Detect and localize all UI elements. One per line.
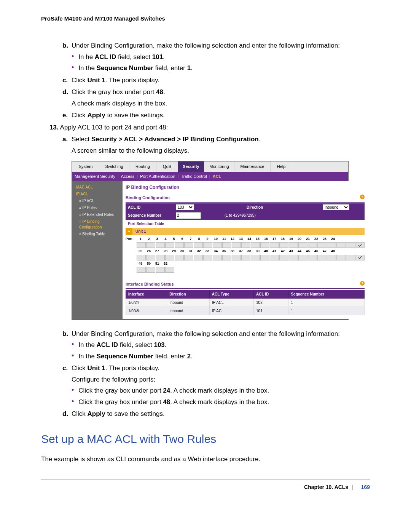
- port-12-checkbox[interactable]: [241, 242, 250, 248]
- port-48-checkbox[interactable]: [355, 255, 365, 260]
- port-44-checkbox[interactable]: [317, 255, 327, 260]
- table-row: 1/0/48InboundIP ACL1011: [126, 307, 365, 315]
- acl-id-label: ACL ID: [126, 203, 175, 211]
- port-20-checkbox[interactable]: [317, 242, 327, 248]
- sidebar-item[interactable]: » IP Binding Configuration: [75, 219, 120, 230]
- port-22-checkbox[interactable]: [336, 242, 346, 248]
- port-2-checkbox[interactable]: [146, 242, 155, 248]
- port-15-checkbox[interactable]: [270, 242, 279, 248]
- tab-switching[interactable]: Switching: [99, 161, 129, 172]
- acl-id-select[interactable]: 103: [176, 204, 194, 210]
- port-21-checkbox[interactable]: [327, 242, 336, 248]
- port-41-checkbox[interactable]: [289, 255, 298, 260]
- port-29-checkbox[interactable]: [175, 255, 184, 260]
- tab-routing[interactable]: Routing: [129, 161, 156, 172]
- tab-security[interactable]: Security: [178, 161, 204, 172]
- port-35-checkbox[interactable]: [232, 255, 241, 260]
- unit-row[interactable]: + Unit 1: [126, 228, 365, 235]
- port-32-checkbox[interactable]: [203, 255, 212, 260]
- section-intro: The example is shown as CLI commands and…: [41, 454, 370, 464]
- port-7-checkbox[interactable]: [194, 242, 203, 248]
- port-8-checkbox[interactable]: [203, 242, 212, 248]
- port-6-checkbox[interactable]: [184, 242, 193, 248]
- unit-label[interactable]: Unit 1: [132, 228, 149, 234]
- port-5-checkbox[interactable]: [175, 242, 184, 248]
- port-1-checkbox[interactable]: [137, 242, 146, 248]
- port-30-checkbox[interactable]: [184, 255, 193, 260]
- sidebar-item[interactable]: » Binding Table: [75, 231, 120, 237]
- help-icon[interactable]: ?: [360, 195, 365, 199]
- sidebar-item[interactable]: » IP ACL: [75, 198, 120, 204]
- port-11-checkbox[interactable]: [232, 242, 241, 248]
- step-c2-bullet-2: Click the gray box under port 48. A chec…: [72, 397, 370, 407]
- port-36-checkbox[interactable]: [241, 255, 250, 260]
- tab-help[interactable]: Help: [271, 161, 292, 172]
- step-c2-note: Configure the following ports:: [72, 375, 370, 385]
- port-33-checkbox[interactable]: [213, 255, 222, 260]
- subnav-acl[interactable]: ACL: [213, 174, 221, 179]
- port-34-checkbox[interactable]: [222, 255, 231, 260]
- port-38-checkbox[interactable]: [260, 255, 269, 260]
- subnav-access[interactable]: Access: [121, 174, 134, 179]
- step-c1: c.Click Unit 1. The ports display.: [41, 75, 370, 85]
- port-47-checkbox[interactable]: [346, 255, 355, 260]
- tab-system[interactable]: System: [72, 161, 99, 172]
- port-23-checkbox[interactable]: [346, 242, 355, 248]
- sidebar-item[interactable]: IP ACL: [75, 191, 120, 197]
- seq-input[interactable]: [176, 212, 201, 219]
- port-39-checkbox[interactable]: [270, 255, 279, 260]
- port-16-checkbox[interactable]: [279, 242, 288, 248]
- port-52-checkbox[interactable]: [165, 267, 174, 273]
- port-13-checkbox[interactable]: [251, 242, 260, 248]
- seq-label: Sequence Number: [126, 211, 175, 219]
- port-46-checkbox[interactable]: [336, 255, 346, 260]
- port-31-checkbox[interactable]: [194, 255, 203, 260]
- port-28-checkbox[interactable]: [165, 255, 174, 260]
- port-4-checkbox[interactable]: [165, 242, 174, 248]
- direction-select[interactable]: Inbound: [323, 204, 349, 210]
- port-3-checkbox[interactable]: [156, 242, 165, 248]
- port-9-checkbox[interactable]: [213, 242, 222, 248]
- tab-monitoring[interactable]: Monitoring: [204, 161, 234, 172]
- subnav-port-authentication[interactable]: Port Authentication: [140, 174, 175, 179]
- port-18-checkbox[interactable]: [298, 242, 307, 248]
- subnav-traffic-control[interactable]: Traffic Control: [181, 174, 207, 179]
- port-24-checkbox[interactable]: [355, 242, 365, 248]
- plus-icon[interactable]: +: [126, 228, 132, 235]
- tab-qos[interactable]: QoS: [156, 161, 178, 172]
- port-26-checkbox[interactable]: [146, 255, 155, 260]
- seq-row: Sequence Number (1 to 4294967295): [126, 211, 365, 220]
- subnav-management-security[interactable]: Management Security: [75, 174, 115, 179]
- sidebar-item[interactable]: » IP Rules: [75, 205, 120, 211]
- port-40-checkbox[interactable]: [279, 255, 288, 260]
- step-a: a.Select Security > ACL > Advanced > IP …: [41, 134, 370, 144]
- step-b2: b.Under Binding Configuration, make the …: [41, 329, 370, 339]
- step-13: 13. Apply ACL 103 to port 24 and port 48…: [49, 123, 370, 133]
- port-27-checkbox[interactable]: [156, 255, 165, 260]
- port-51-checkbox[interactable]: [156, 267, 165, 273]
- help-icon[interactable]: ?: [360, 281, 365, 286]
- step-c2: c.Click Unit 1. The ports display.: [41, 363, 370, 373]
- sidebar-item[interactable]: » IP Extended Rules: [75, 212, 120, 217]
- port-45-checkbox[interactable]: [327, 255, 336, 260]
- port-10-checkbox[interactable]: [222, 242, 231, 248]
- port-43-checkbox[interactable]: [308, 255, 317, 260]
- acl-id-row: ACL ID 103 Direction Inbound: [126, 203, 365, 211]
- port-37-checkbox[interactable]: [251, 255, 260, 260]
- step-b1: b.Under Binding Configuration, make the …: [41, 41, 370, 51]
- port-17-checkbox[interactable]: [289, 242, 298, 248]
- port-grid: Port123456789101112131415161718192021222…: [126, 236, 365, 273]
- footer: Chapter 10. ACLs | 169: [41, 484, 370, 490]
- bullet-icon: [72, 386, 74, 394]
- port-50-checkbox[interactable]: [146, 267, 155, 273]
- step-b2-bullet-1: In the ACL ID field, select 103.: [72, 340, 370, 350]
- step-d1: d.Click the gray box under port 48.: [41, 87, 370, 97]
- port-49-checkbox[interactable]: [137, 267, 146, 273]
- tab-maintenance[interactable]: Maintenance: [234, 161, 271, 172]
- step-d1-note: A check mark displays in the box.: [72, 99, 370, 109]
- sidebar-item[interactable]: MAC ACL: [75, 184, 120, 190]
- port-19-checkbox[interactable]: [308, 242, 317, 248]
- port-14-checkbox[interactable]: [260, 242, 269, 248]
- port-25-checkbox[interactable]: [137, 255, 146, 260]
- port-42-checkbox[interactable]: [298, 255, 307, 260]
